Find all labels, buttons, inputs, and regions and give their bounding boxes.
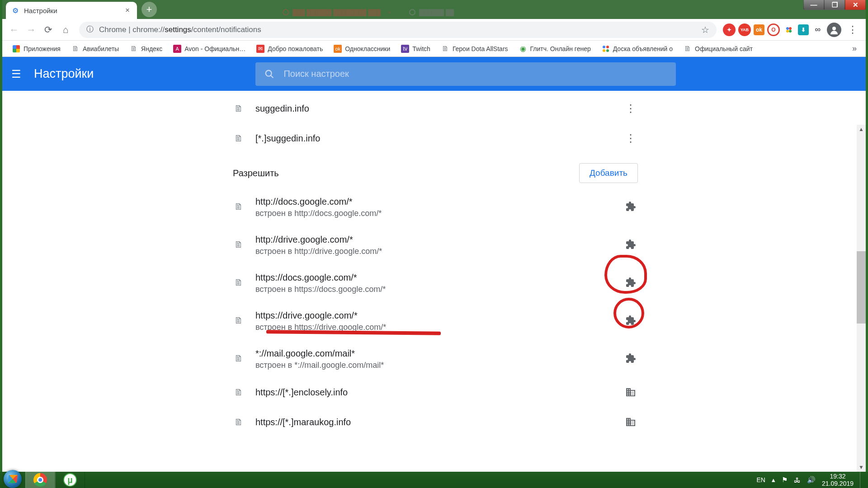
svg-point-0 <box>786 27 789 30</box>
tray-show-hidden-icon[interactable]: ▴ <box>772 476 775 484</box>
bookmarks-bar: Приложения 🗎Авиабилеты 🗎Яндекс AAvon - О… <box>2 41 866 57</box>
bookmark-item[interactable]: Доска объявлений о <box>598 43 676 55</box>
profile-button[interactable] <box>827 23 841 37</box>
background-tab[interactable]: ███ ██████ ████████ ███× <box>278 5 396 19</box>
extension-icon[interactable]: ⬇ <box>798 24 809 35</box>
site-row[interactable]: 🗎https://drive.google.com/*встроен в htt… <box>225 301 646 339</box>
add-button[interactable]: Добавить <box>579 163 638 183</box>
svg-point-7 <box>603 49 605 52</box>
back-button[interactable]: ← <box>7 23 21 37</box>
extension-icon[interactable] <box>783 23 795 36</box>
svg-point-6 <box>606 46 609 48</box>
puzzle-icon[interactable] <box>623 313 638 328</box>
menu-icon[interactable]: ☰ <box>11 68 21 80</box>
scrollbar[interactable]: ▲ ▼ <box>857 125 866 472</box>
bookmark-item[interactable]: 🗎Герои Dota AllStars <box>438 43 512 55</box>
bookmark-item[interactable]: ✉Добро пожаловать <box>253 43 326 55</box>
window-close-button[interactable]: ✕ <box>845 0 866 10</box>
system-tray: EN ▴ ⚑ 🖧 🔊 19:32 21.09.2019 <box>756 472 868 488</box>
file-icon: 🗎 <box>233 239 245 250</box>
scroll-up-arrow[interactable]: ▲ <box>857 125 866 134</box>
taskbar-app-chrome[interactable] <box>25 472 55 488</box>
background-tab[interactable]: ██████ ██ <box>405 5 500 19</box>
site-row[interactable]: 🗎 [*.]suggedin.info ⋮ <box>225 123 646 153</box>
settings-panel: 🗎 [*.]maruukog.info ⋮ 🗎 suggedin.info ⋮ … <box>225 91 646 455</box>
svg-point-8 <box>606 49 609 52</box>
show-desktop-button[interactable] <box>860 472 864 488</box>
bookmark-item[interactable]: 🗎Официальный сайт <box>680 43 756 55</box>
building-icon[interactable] <box>623 385 638 399</box>
puzzle-icon[interactable] <box>623 275 638 290</box>
extension-icon[interactable]: O <box>767 23 780 36</box>
puzzle-icon[interactable] <box>623 351 638 366</box>
puzzle-icon[interactable] <box>623 199 638 214</box>
tab-title: Настройки <box>24 7 119 14</box>
more-actions-button[interactable]: ⋮ <box>623 131 638 145</box>
bookmark-item[interactable]: 🗎Авиабилеты <box>68 43 123 55</box>
site-row[interactable]: 🗎https://docs.google.com/*встроен в http… <box>225 263 646 301</box>
site-row[interactable]: 🗎*://mail.google.com/mail*встроен в *://… <box>225 339 646 377</box>
browser-toolbar: ← → ⟳ ⌂ ⓘ Chrome | chrome://settings/con… <box>2 19 866 41</box>
bookmark-item[interactable]: okОдноклассники <box>330 43 394 55</box>
taskbar-app-utorrent[interactable]: µ <box>55 472 85 488</box>
extension-icon[interactable]: YAB <box>738 23 751 36</box>
new-tab-button[interactable]: + <box>142 2 157 17</box>
more-actions-button[interactable]: ⋮ <box>623 101 638 116</box>
browser-menu-button[interactable]: ⋮ <box>844 24 861 36</box>
svg-point-1 <box>789 27 792 30</box>
tray-clock[interactable]: 19:32 21.09.2019 <box>822 473 854 487</box>
tray-volume-icon[interactable]: 🔊 <box>807 476 816 484</box>
site-row[interactable]: 🗎https://[*.]maraukog.info <box>225 407 646 437</box>
svg-point-5 <box>603 46 605 48</box>
site-row[interactable]: 🗎https://[*.]enclosely.info <box>225 377 646 407</box>
tab-close-button[interactable]: × <box>123 6 132 15</box>
gear-icon: ⚙ <box>11 6 19 14</box>
file-icon: 🗎 <box>233 103 245 114</box>
extension-icon[interactable]: ✦ <box>723 23 736 36</box>
tray-language[interactable]: EN <box>756 476 765 483</box>
file-icon: 🗎 <box>233 201 245 212</box>
page-title: Настройки <box>34 67 94 81</box>
file-icon: 🗎 <box>233 277 245 288</box>
allow-section-header: Разрешить Добавить <box>225 153 646 188</box>
url-display: Chrome | chrome://settings/content/notif… <box>99 25 261 34</box>
bookmark-item[interactable]: tvTwitch <box>397 43 434 55</box>
svg-point-2 <box>786 30 789 33</box>
forward-button[interactable]: → <box>24 23 38 37</box>
address-bar[interactable]: ⓘ Chrome | chrome://settings/content/not… <box>79 22 717 38</box>
home-button[interactable]: ⌂ <box>58 23 73 37</box>
svg-point-9 <box>266 70 272 76</box>
tray-flag-icon[interactable]: ⚑ <box>782 476 788 484</box>
bookmark-item[interactable]: 🗎Яндекс <box>126 43 166 55</box>
more-actions-button[interactable]: ⋮ <box>623 91 638 92</box>
bookmark-item[interactable]: AAvon - Официальн… <box>170 43 249 55</box>
svg-line-10 <box>271 75 274 78</box>
bookmarks-overflow-button[interactable]: » <box>849 44 859 53</box>
extension-icon[interactable]: ok <box>754 24 764 35</box>
building-icon[interactable] <box>623 415 638 429</box>
extension-icon[interactable]: ∞ <box>811 23 824 36</box>
site-row[interactable]: 🗎 suggedin.info ⋮ <box>225 94 646 123</box>
site-row[interactable]: 🗎http://drive.google.com/*встроен в http… <box>225 225 646 263</box>
bookmark-item[interactable]: Приложения <box>9 43 64 55</box>
window-minimize-button[interactable]: ― <box>803 0 824 10</box>
puzzle-icon[interactable] <box>623 237 638 252</box>
site-row[interactable]: 🗎http://docs.google.com/*встроен в http:… <box>225 188 646 225</box>
svg-point-4 <box>832 27 836 30</box>
file-icon: 🗎 <box>233 314 245 326</box>
site-info-icon[interactable]: ⓘ <box>86 25 94 34</box>
scroll-down-arrow[interactable]: ▼ <box>857 463 866 472</box>
section-title: Разрешить <box>233 168 279 178</box>
tab-strip: ⚙ Настройки × + ███ ██████ ████████ ███×… <box>2 0 866 19</box>
tray-network-icon[interactable]: 🖧 <box>794 476 801 484</box>
browser-tab-active[interactable]: ⚙ Настройки × <box>6 2 137 19</box>
window-maximize-button[interactable]: ❐ <box>824 0 845 10</box>
reload-button[interactable]: ⟳ <box>41 23 56 37</box>
bookmark-star-icon[interactable]: ☆ <box>701 24 709 35</box>
bookmark-item[interactable]: ◉Глитч. Онлайн генер <box>515 43 594 55</box>
search-icon <box>264 69 274 79</box>
settings-search-input[interactable]: Поиск настроек <box>255 62 676 86</box>
file-icon: 🗎 <box>233 416 245 428</box>
scroll-thumb[interactable] <box>857 251 866 324</box>
start-button[interactable] <box>0 472 25 488</box>
